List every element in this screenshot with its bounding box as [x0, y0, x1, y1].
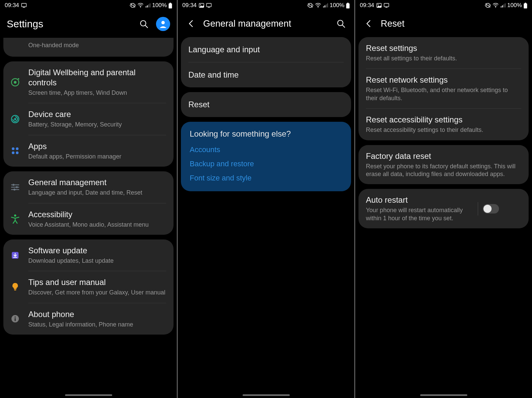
search-button[interactable] — [137, 17, 151, 31]
account-avatar[interactable] — [156, 17, 170, 31]
settings-row-accessibility[interactable]: Accessibility Voice Assistant, Mono audi… — [3, 203, 174, 235]
header-settings: Settings — [0, 11, 177, 38]
status-time: 09:34 — [5, 2, 19, 9]
signal-icon — [500, 3, 506, 8]
reset-row-network[interactable]: Reset network settings Reset Wi-Fi, Blue… — [358, 69, 529, 108]
row-sub: One-handed mode — [28, 41, 166, 49]
svg-rect-1 — [23, 7, 25, 7]
phone-settings: 09:34 100% Settings — [0, 0, 177, 398]
svg-rect-47 — [327, 3, 328, 7]
lightbulb-icon — [9, 281, 21, 293]
status-bar: 09:34 100% — [178, 0, 354, 11]
device-care-icon — [9, 113, 21, 125]
sliders-icon — [9, 181, 21, 193]
row-title: Reset — [188, 98, 344, 111]
wifi-icon — [493, 3, 499, 8]
info-link-accounts[interactable]: Accounts — [190, 145, 342, 154]
reset-list: Reset settings Reset all settings to the… — [355, 37, 532, 398]
row-title: Reset network settings — [366, 75, 521, 85]
row-sub: Screen time, App timers, Wind Down — [28, 89, 166, 97]
row-title: Apps — [28, 141, 166, 151]
back-button[interactable] — [362, 17, 375, 30]
row-title: Software update — [28, 246, 166, 256]
row-sub: Language and input, Date and time, Reset — [28, 189, 166, 197]
info-title: Looking for something else? — [190, 129, 342, 139]
gm-row-language-input[interactable]: Language and input — [181, 37, 351, 62]
reset-row-auto-restart[interactable]: Auto restart Your phone will restart aut… — [358, 189, 529, 228]
page-title: General management — [203, 19, 329, 29]
row-title: Language and input — [188, 43, 344, 56]
row-sub: Reset Wi-Fi, Bluetooth, and other networ… — [366, 86, 521, 102]
reset-row-settings[interactable]: Reset settings Reset all settings to the… — [358, 37, 529, 68]
row-title: Reset settings — [366, 43, 521, 53]
back-button[interactable] — [184, 17, 198, 30]
settings-row-device-care[interactable]: Device care Battery, Storage, Memory, Se… — [3, 103, 174, 135]
svg-rect-55 — [385, 7, 387, 7]
nav-handle[interactable] — [420, 394, 467, 396]
svg-line-3 — [130, 3, 135, 7]
svg-point-25 — [12, 184, 14, 186]
row-sub: Discover, Get more from your Galaxy, Use… — [28, 289, 166, 296]
nav-handle[interactable] — [243, 394, 290, 396]
search-button[interactable] — [334, 17, 348, 30]
svg-rect-63 — [525, 3, 526, 3]
settings-row-wellbeing[interactable]: Digital Wellbeing and parental controls … — [3, 61, 174, 103]
row-title: Tips and user manual — [28, 277, 166, 287]
status-bar: 09:34 100% — [355, 0, 532, 11]
svg-rect-49 — [346, 3, 350, 8]
svg-rect-5 — [146, 6, 147, 7]
row-title: Reset accessibility settings — [366, 115, 521, 125]
phone-general-management: 09:34 100% General management Lan — [178, 0, 354, 398]
battery-icon — [168, 3, 172, 8]
info-link-font[interactable]: Font size and style — [190, 174, 342, 182]
svg-point-4 — [140, 7, 141, 8]
row-title: Accessibility — [28, 209, 166, 220]
cast-icon — [384, 3, 389, 8]
status-time: 09:34 — [360, 2, 374, 9]
header-general-management: General management — [178, 11, 354, 37]
svg-rect-44 — [323, 6, 324, 7]
svg-rect-39 — [207, 3, 211, 7]
row-sub: Reset accessibility settings to their de… — [366, 126, 521, 134]
svg-rect-62 — [505, 3, 506, 7]
reset-row-factory[interactable]: Factory data reset Reset your phone to i… — [358, 145, 529, 184]
gm-row-reset[interactable]: Reset — [181, 92, 351, 117]
settings-row-about[interactable]: About phone Status, Legal information, P… — [3, 303, 174, 335]
auto-restart-toggle[interactable] — [483, 204, 499, 214]
row-sub: Battery, Storage, Memory, Security — [28, 121, 166, 129]
row-title: Device care — [28, 109, 166, 119]
svg-point-30 — [14, 215, 16, 217]
cast-icon — [206, 3, 212, 8]
row-sub: Reset your phone to its factory default … — [366, 163, 521, 178]
svg-rect-6 — [147, 5, 148, 7]
image-icon — [199, 3, 204, 8]
settings-row-apps[interactable]: Apps Default apps, Permission manager — [3, 135, 174, 167]
svg-point-19 — [14, 118, 16, 120]
battery-icon — [524, 3, 527, 8]
page-title: Reset — [381, 19, 525, 29]
svg-point-29 — [13, 189, 15, 191]
settings-row-one-handed[interactable]: One-handed mode — [3, 38, 174, 57]
svg-rect-10 — [169, 3, 172, 8]
svg-point-13 — [161, 21, 165, 24]
info-link-backup[interactable]: Backup and restore — [190, 160, 342, 168]
nav-handle[interactable] — [65, 394, 112, 396]
reset-row-accessibility[interactable]: Reset accessibility settings Reset acces… — [358, 109, 529, 140]
gm-row-date-time[interactable]: Date and time — [181, 62, 351, 87]
status-bar: 09:34 100% — [0, 0, 177, 11]
svg-point-27 — [16, 186, 18, 188]
vibrate-icon — [485, 3, 491, 8]
svg-point-20 — [12, 147, 14, 150]
settings-row-general-management[interactable]: General management Language and input, D… — [3, 171, 174, 203]
row-sub: Voice Assistant, Mono audio, Assistant m… — [28, 221, 166, 229]
svg-point-21 — [16, 147, 19, 150]
svg-rect-45 — [324, 5, 325, 7]
svg-rect-33 — [14, 289, 16, 290]
info-icon — [9, 313, 21, 324]
settings-row-tips[interactable]: Tips and user manual Discover, Get more … — [3, 271, 174, 303]
svg-line-51 — [342, 25, 345, 27]
svg-rect-54 — [384, 3, 389, 7]
status-battery-pct: 100% — [330, 2, 344, 9]
svg-rect-46 — [326, 4, 327, 7]
settings-row-software-update[interactable]: Software update Download updates, Last u… — [3, 239, 174, 271]
